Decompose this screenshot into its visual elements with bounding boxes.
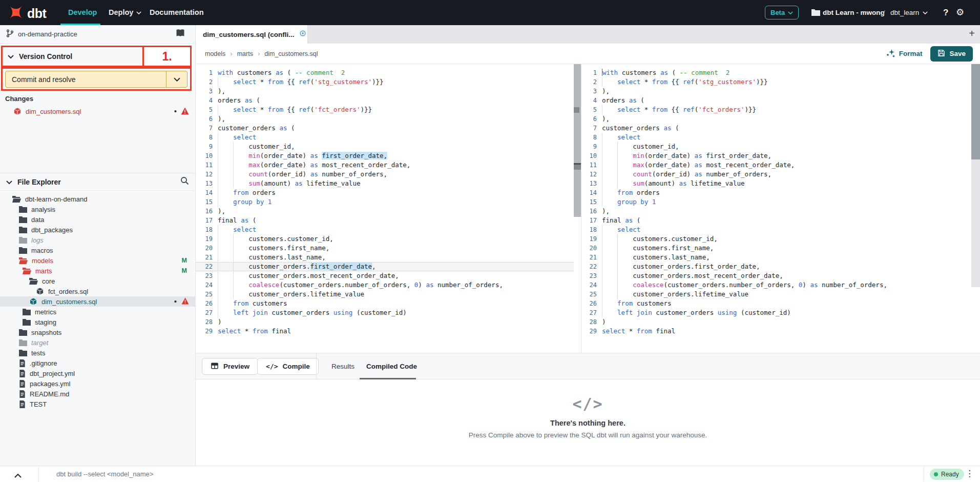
- search-icon[interactable]: [180, 176, 189, 187]
- tree-item-staging[interactable]: staging: [0, 317, 195, 327]
- tree-item-macros[interactable]: macros: [0, 245, 195, 255]
- tree-item-dim-customers-sql[interactable]: dim_customers.sql•: [0, 296, 195, 307]
- code-line[interactable]: 2select * from {{ ref('stg_customers')}}: [196, 77, 574, 87]
- tree-item-fct-orders-sql[interactable]: fct_orders.sql: [0, 286, 195, 296]
- tree-item-logs[interactable]: logs: [0, 235, 195, 245]
- code-line[interactable]: 5select * from {{ ref('fct_orders')}}: [196, 105, 574, 114]
- code-line[interactable]: 3),: [196, 87, 574, 96]
- code-line[interactable]: 17final as (: [581, 216, 971, 225]
- code-line[interactable]: 26from customers: [196, 299, 574, 308]
- code-line[interactable]: 29select * from final: [196, 327, 574, 336]
- code-line[interactable]: 15group by 1: [581, 197, 971, 207]
- code-line[interactable]: 11max(order_date) as most_recent_order_d…: [196, 160, 574, 170]
- left-pane-scrollbar[interactable]: [574, 64, 581, 217]
- code-line[interactable]: 22customer_orders.first_order_date,: [581, 262, 971, 271]
- settings-gear-icon[interactable]: ⚙: [956, 8, 964, 17]
- code-line[interactable]: 7customer_orders as (: [196, 124, 574, 133]
- changed-file-row[interactable]: dim_customers.sql •: [0, 105, 195, 117]
- code-line[interactable]: 18select: [581, 225, 971, 234]
- git-branch-row[interactable]: on-demand-practice: [0, 25, 195, 44]
- code-line[interactable]: 7customer_orders as (: [581, 124, 971, 133]
- code-line[interactable]: 1with customers as ( -- comment 2: [581, 68, 971, 77]
- code-line[interactable]: 21customers.last_name,: [196, 253, 574, 262]
- nav-deploy[interactable]: Deploy: [109, 0, 141, 25]
- format-button[interactable]: Format: [886, 49, 923, 59]
- tree-item-readme-md[interactable]: README.md: [0, 389, 195, 399]
- right-pane-scrollbar[interactable]: [971, 64, 980, 287]
- beta-button[interactable]: Beta: [765, 6, 799, 19]
- tree-item-models[interactable]: modelsM: [0, 255, 195, 266]
- code-line[interactable]: 19customers.customer_id,: [581, 234, 971, 244]
- tree-item-test[interactable]: TEST: [0, 399, 195, 409]
- tab-results[interactable]: Results: [331, 353, 355, 379]
- nav-documentation[interactable]: Documentation: [150, 0, 204, 25]
- code-line[interactable]: 28): [581, 317, 971, 327]
- code-line[interactable]: 27left join customer_orders using (custo…: [581, 308, 971, 317]
- code-line[interactable]: 17final as (: [196, 216, 574, 225]
- tab-dim-customers[interactable]: dim_customers.sql (confli...: [196, 25, 308, 44]
- code-line[interactable]: 12count(order_id) as number_of_orders,: [196, 170, 574, 179]
- chevron-up-icon[interactable]: [14, 471, 22, 480]
- code-line[interactable]: 5select * from {{ ref('fct_orders')}}: [581, 105, 971, 114]
- code-line[interactable]: 11max(order_date) as most_recent_order_d…: [581, 160, 971, 170]
- code-line[interactable]: 21customers.last_name,: [581, 253, 971, 262]
- code-line[interactable]: 10min(order_date) as first_order_date,: [196, 151, 574, 160]
- code-line[interactable]: 4orders as (: [581, 96, 971, 105]
- code-line[interactable]: 29select * from final: [581, 327, 971, 336]
- save-button[interactable]: Save: [930, 46, 973, 62]
- commit-options-chevron[interactable]: [166, 71, 187, 87]
- tree-item-core[interactable]: core: [0, 276, 195, 286]
- code-line[interactable]: 8select: [581, 133, 971, 142]
- tree-item-snapshots[interactable]: snapshots: [0, 327, 195, 337]
- nav-develop[interactable]: Develop: [68, 0, 97, 25]
- code-line[interactable]: 6),: [581, 114, 971, 124]
- tree-item-packages-yml[interactable]: packages.yml: [0, 378, 195, 389]
- code-line[interactable]: 16),: [196, 207, 574, 216]
- tab-compiled-code[interactable]: Compiled Code: [366, 353, 417, 379]
- tree-item-tests[interactable]: tests: [0, 348, 195, 358]
- code-line[interactable]: 15group by 1: [196, 197, 574, 207]
- kebab-menu-icon[interactable]: ⋮: [965, 468, 974, 478]
- code-line[interactable]: 2select * from {{ ref('stg_customers')}}: [581, 77, 971, 87]
- code-line[interactable]: 9customer_id,: [196, 142, 574, 151]
- environment-selector[interactable]: dbt_learn: [890, 0, 928, 25]
- code-line[interactable]: 10min(order_date) as first_order_date,: [581, 151, 971, 160]
- code-line[interactable]: 6),: [196, 114, 574, 124]
- code-line[interactable]: 3),: [581, 87, 971, 96]
- code-line[interactable]: 24coalesce(customer_orders.number_of_ord…: [196, 280, 574, 290]
- code-line[interactable]: 25customer_orders.lifetime_value: [196, 290, 574, 299]
- code-line[interactable]: 28): [196, 317, 574, 327]
- code-line[interactable]: 25customer_orders.lifetime_value: [581, 290, 971, 299]
- code-line[interactable]: 20customers.first_name,: [196, 244, 574, 253]
- tree-item-target[interactable]: target: [0, 337, 195, 348]
- code-pane-left[interactable]: 1with customers as ( -- comment 22select…: [196, 64, 574, 353]
- preview-button[interactable]: Preview: [202, 358, 258, 375]
- new-tab-plus-icon[interactable]: +: [969, 28, 975, 39]
- code-line[interactable]: 24coalesce(customer_orders.number_of_ord…: [581, 280, 971, 290]
- dbt-logo[interactable]: dbt: [8, 5, 46, 22]
- commit-and-resolve-label[interactable]: Commit and resolve: [6, 71, 166, 87]
- tree-item-metrics[interactable]: metrics: [0, 307, 195, 317]
- code-line[interactable]: 12count(order_id) as number_of_orders,: [581, 170, 971, 179]
- code-line[interactable]: 22customer_orders.first_order_date,: [196, 262, 574, 271]
- tree-item-dbt-project-yml[interactable]: dbt_project.yml: [0, 368, 195, 378]
- tree-item-dbt-packages[interactable]: dbt_packages: [0, 225, 195, 235]
- code-line[interactable]: 20customers.first_name,: [581, 244, 971, 253]
- code-line[interactable]: 1with customers as ( -- comment 2: [196, 68, 574, 77]
- code-line[interactable]: 14from orders: [581, 188, 971, 197]
- command-input[interactable]: dbt build --select <model_name>: [56, 466, 153, 482]
- project-name[interactable]: dbt Learn - mwong: [823, 0, 885, 25]
- code-line[interactable]: 19customers.customer_id,: [196, 234, 574, 244]
- code-pane-right[interactable]: 1with customers as ( -- comment 22select…: [581, 64, 971, 353]
- help-icon[interactable]: ?: [943, 0, 948, 25]
- tree-item-data[interactable]: data: [0, 214, 195, 225]
- tree-item-marts[interactable]: martsM: [0, 266, 195, 276]
- file-explorer-header[interactable]: File Explorer: [0, 173, 195, 191]
- code-line[interactable]: 27left join customer_orders using (custo…: [196, 308, 574, 317]
- tree-item-analysis[interactable]: analysis: [0, 204, 195, 214]
- code-line[interactable]: 23customer_orders.most_recent_order_date…: [581, 271, 971, 280]
- code-line[interactable]: 13sum(amount) as lifetime_value: [196, 179, 574, 188]
- tree-item--gitignore[interactable]: .gitignore: [0, 358, 195, 368]
- code-line[interactable]: 16),: [581, 207, 971, 216]
- code-line[interactable]: 8select: [196, 133, 574, 142]
